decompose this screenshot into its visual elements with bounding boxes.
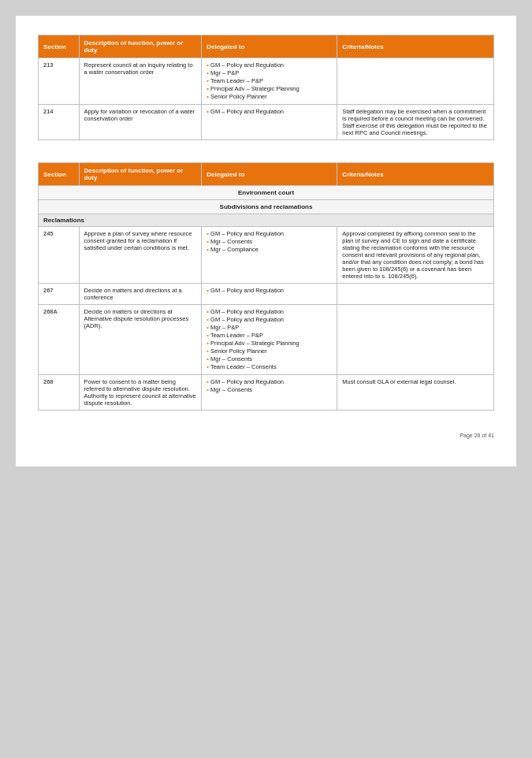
- delegated-cell: GM – Policy and Regulation: [202, 284, 337, 305]
- reclamations-label-row: Reclamations: [39, 214, 494, 227]
- description-cell: Decide on matters or directions at Alter…: [79, 305, 202, 375]
- list-item: Senior Policy Planner: [206, 347, 332, 355]
- table-row: 267Decide on matters and directions at a…: [39, 284, 494, 305]
- list-item: Mgr – P&P: [206, 324, 332, 331]
- delegated-cell: GM – Policy and RegulationMgr – Consents: [202, 375, 337, 411]
- section-cell: 268A: [39, 305, 80, 375]
- section-cell: 245: [39, 227, 80, 284]
- col-section-2: Section: [39, 163, 80, 186]
- delegated-cell: GM – Policy and RegulationMgr – P&PTeam …: [202, 58, 337, 105]
- criteria-cell: [337, 284, 494, 305]
- list-item: Senior Policy Planner: [206, 93, 332, 100]
- table-row: 268Power to consent to a matter being re…: [39, 375, 494, 411]
- col-desc-1: Description of function, power or duty: [79, 35, 202, 58]
- list-item: Mgr – P&P: [206, 69, 332, 76]
- section-header-row: Environment court: [39, 186, 494, 200]
- section-cell: 267: [39, 284, 80, 305]
- criteria-cell: Approval completed by affixing common se…: [337, 227, 494, 284]
- page: Section Description of function, power o…: [16, 16, 516, 466]
- description-cell: Represent council at an inquiry relating…: [79, 58, 202, 105]
- list-item: Principal Adv – Strategic Planning: [206, 340, 332, 347]
- description-cell: Apply for variation or revocation of a w…: [79, 105, 202, 140]
- list-item: GM – Policy and Regulation: [206, 61, 332, 69]
- subsection-header-row: Subdivisions and reclamations: [39, 200, 494, 214]
- subsection-header-cell: Subdivisions and reclamations: [39, 200, 494, 214]
- list-item: Team Leader – P&P: [206, 77, 332, 84]
- criteria-cell: [337, 58, 494, 105]
- section-cell: 213: [39, 58, 80, 105]
- description-cell: Approve a plan of survey where resource …: [79, 227, 202, 284]
- table-row: 245Approve a plan of survey where resour…: [39, 227, 494, 284]
- list-item: GM – Policy and Regulation: [206, 316, 332, 323]
- criteria-cell: Must consult GLA or external legal couns…: [337, 375, 494, 411]
- list-item: GM – Policy and Regulation: [206, 308, 332, 315]
- table-row: 268ADecide on matters or directions at A…: [39, 305, 494, 375]
- list-item: Mgr – Consents: [206, 238, 332, 245]
- col-criteria-1: Criteria/Notes: [337, 35, 494, 58]
- list-item: GM – Policy and Regulation: [206, 230, 332, 237]
- section-header-cell: Environment court: [39, 186, 494, 200]
- table-2: Section Description of function, power o…: [38, 162, 494, 411]
- table-row: 214Apply for variation or revocation of …: [39, 105, 494, 140]
- criteria-cell: Staff delegation may be exercised when a…: [337, 105, 494, 140]
- page-number: Page 28 of 41: [38, 433, 494, 438]
- col-delegated-2: Delegated to: [202, 163, 337, 186]
- table-1: Section Description of function, power o…: [38, 35, 494, 140]
- section-cell: 268: [39, 375, 80, 411]
- col-desc-2: Description of function, power or duty: [79, 163, 202, 186]
- col-delegated-1: Delegated to: [202, 35, 337, 58]
- col-section-1: Section: [39, 35, 80, 58]
- list-item: Mgr – Compliance: [206, 246, 332, 253]
- list-item: Mgr – Consents: [206, 355, 332, 362]
- description-cell: Power to consent to a matter being refer…: [79, 375, 202, 411]
- delegated-cell: GM – Policy and RegulationMgr – Consents…: [202, 227, 337, 284]
- criteria-cell: [337, 305, 494, 375]
- table-row: 213Represent council at an inquiry relat…: [39, 58, 494, 105]
- col-criteria-2: Criteria/Notes: [337, 163, 494, 186]
- list-item: GM – Policy and Regulation: [206, 108, 332, 115]
- description-cell: Decide on matters and directions at a co…: [79, 284, 202, 305]
- list-item: Mgr – Consents: [206, 386, 332, 393]
- reclamations-label-cell: Reclamations: [39, 214, 494, 227]
- delegated-cell: GM – Policy and RegulationGM – Policy an…: [202, 305, 337, 375]
- list-item: GM – Policy and Regulation: [206, 378, 332, 385]
- list-item: Principal Adv – Strategic Planning: [206, 85, 332, 92]
- list-item: GM – Policy and Regulation: [206, 287, 332, 294]
- list-item: Team Leader – P&P: [206, 332, 332, 339]
- list-item: Team Leader – Consents: [206, 363, 332, 370]
- section-cell: 214: [39, 105, 80, 140]
- delegated-cell: GM – Policy and Regulation: [202, 105, 337, 140]
